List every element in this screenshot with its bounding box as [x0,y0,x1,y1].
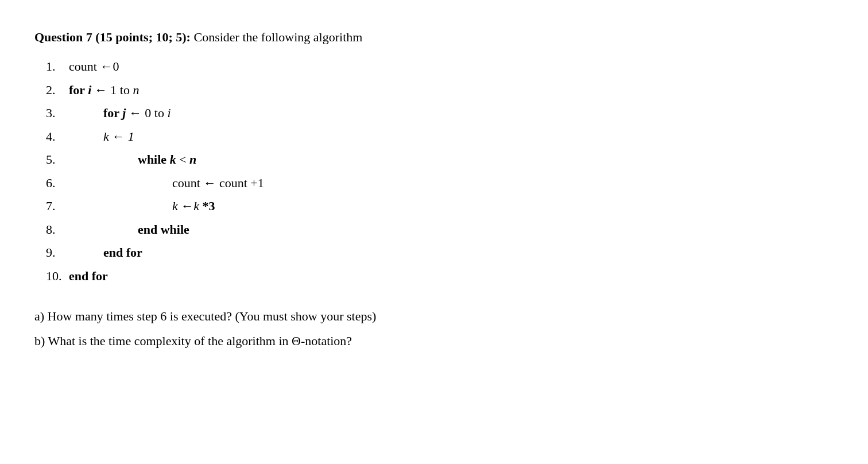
line-content-3: for j ← 0 to i [103,102,171,125]
questions-block: a) How many times step 6 is executed? (Y… [34,306,834,352]
line-number-5: 5. [46,149,69,171]
line-content-6: count ← count +1 [172,172,264,195]
line-number-9: 9. [46,242,69,264]
line-number-7: 7. [46,195,69,218]
algo-line-7: 7.k ←k *3 [46,195,834,218]
line-content-1: count ←0 [69,56,119,78]
sub-question-text-1: How many times step 6 is executed? (You … [44,309,376,323]
algo-line-8: 8.end while [46,219,834,241]
algorithm-block: 1.count ←02.for i ← 1 to n3.for j ← 0 to… [46,56,834,287]
question-header: Question 7 (15 points; 10; 5): Consider … [34,28,834,47]
algo-line-10: 10.end for [46,265,834,288]
algo-line-1: 1.count ←0 [46,56,834,78]
sub-question-label-1: a) [34,309,44,323]
line-content-10: end for [69,265,108,288]
sub-question-2: b) What is the time complexity of the al… [34,330,834,353]
line-number-8: 8. [46,219,69,241]
line-number-2: 2. [46,79,69,102]
line-number-1: 1. [46,56,69,78]
algo-line-5: 5.while k < n [46,149,834,171]
line-number-6: 6. [46,172,69,195]
algo-line-9: 9.end for [46,242,834,264]
line-number-3: 3. [46,102,69,125]
question-bold: Question 7 (15 points; 10; 5): [34,30,191,44]
line-content-9: end for [103,242,142,264]
line-content-4: k ← 1 [103,126,134,148]
line-content-5: while k < n [138,149,196,171]
sub-question-label-2: b) [34,334,45,348]
algo-line-3: 3.for j ← 0 to i [46,102,834,125]
algo-line-6: 6.count ← count +1 [46,172,834,195]
line-content-7: k ←k *3 [172,195,215,218]
line-content-8: end while [138,219,189,241]
algo-line-2: 2.for i ← 1 to n [46,79,834,102]
sub-question-text-2: What is the time complexity of the algor… [45,334,352,348]
line-number-4: 4. [46,126,69,148]
line-content-2: for i ← 1 to n [69,79,139,102]
algo-line-4: 4.k ← 1 [46,126,834,148]
line-number-10: 10. [46,265,69,288]
sub-question-1: a) How many times step 6 is executed? (Y… [34,306,834,328]
question-normal: Consider the following algorithm [193,30,362,44]
